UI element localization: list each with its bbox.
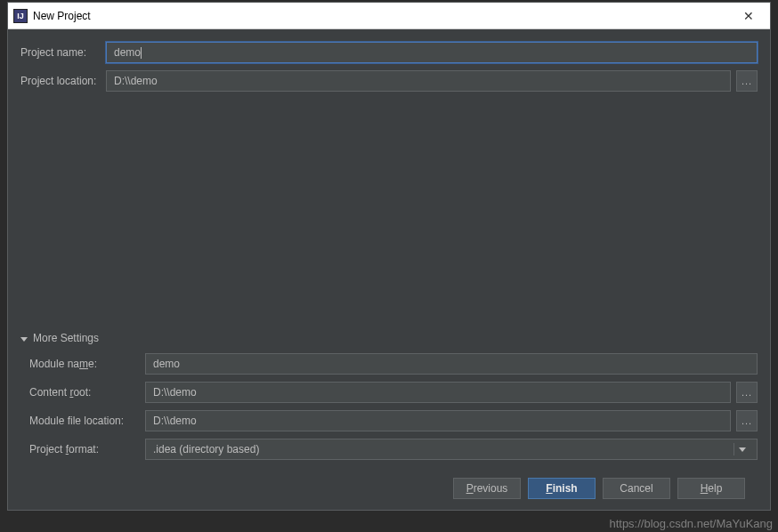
app-icon: IJ: [13, 9, 28, 23]
project-name-row: Project name: demo: [20, 42, 758, 63]
content-root-label: Content root:: [20, 386, 145, 399]
module-file-location-browse-button[interactable]: ...: [736, 410, 758, 431]
module-file-location-row: Module file location: ...: [20, 410, 758, 431]
cancel-button[interactable]: Cancel: [603, 478, 670, 499]
project-format-dropdown-button[interactable]: [733, 443, 750, 455]
ellipsis-icon: ...: [742, 387, 752, 398]
content-root-row: Content root: ...: [20, 382, 758, 403]
more-settings-label: More Settings: [33, 332, 99, 344]
content-spacer: [20, 99, 758, 332]
project-format-row: Project format: .idea (directory based): [20, 439, 758, 460]
titlebar[interactable]: IJ New Project ✕: [8, 3, 770, 29]
project-location-browse-button[interactable]: ...: [736, 70, 758, 92]
project-format-label: Project format:: [20, 443, 145, 455]
previous-button[interactable]: Previous: [453, 478, 521, 499]
project-location-input[interactable]: [106, 70, 731, 92]
project-name-input[interactable]: demo: [106, 42, 758, 63]
project-format-value: .idea (directory based): [153, 443, 259, 455]
module-name-label: Module name:: [20, 358, 145, 370]
project-name-label: Project name:: [20, 46, 106, 59]
close-icon[interactable]: ✕: [729, 4, 768, 28]
module-file-location-label: Module file location:: [20, 415, 145, 427]
project-location-label: Project location:: [20, 75, 106, 87]
chevron-down-icon: [739, 447, 746, 452]
finish-button[interactable]: Finish: [528, 478, 596, 499]
content-root-browse-button[interactable]: ...: [736, 382, 758, 403]
more-settings-expander[interactable]: More Settings: [20, 332, 758, 344]
dialog-content: Project name: demo Project location: ...…: [8, 29, 770, 510]
watermark-text: https://blog.csdn.net/MaYuKang: [609, 517, 773, 530]
content-root-input[interactable]: [145, 382, 731, 403]
chevron-down-icon: [20, 337, 28, 342]
module-file-location-input[interactable]: [145, 410, 731, 431]
module-name-row: Module name:: [20, 353, 758, 375]
ellipsis-icon: ...: [742, 76, 752, 86]
ellipsis-icon: ...: [742, 415, 752, 426]
new-project-dialog: IJ New Project ✕ Project name: demo Proj…: [7, 2, 771, 511]
text-cursor-icon: [141, 47, 142, 59]
window-title: New Project: [33, 10, 729, 22]
project-location-row: Project location: ...: [20, 70, 758, 92]
module-name-input[interactable]: [145, 353, 758, 375]
button-bar: Previous Finish Cancel Help: [20, 467, 758, 510]
project-format-select[interactable]: .idea (directory based): [145, 439, 758, 460]
more-settings-panel: Module name: Content root: ... Module fi…: [20, 353, 758, 467]
help-button[interactable]: Help: [677, 478, 745, 499]
